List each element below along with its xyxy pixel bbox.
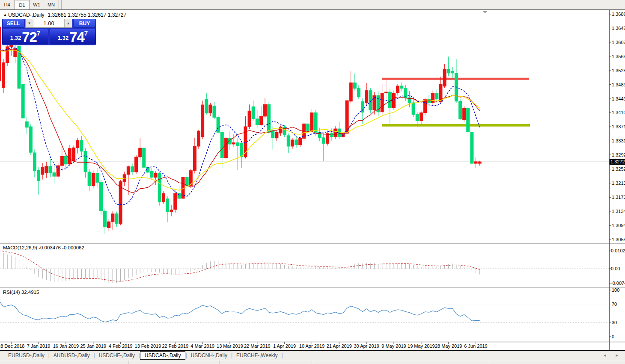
tab-eurchf-weekly[interactable]: EURCHF-,Weekly bbox=[232, 352, 281, 359]
candle-body bbox=[205, 100, 208, 113]
candle-body bbox=[68, 148, 71, 164]
candle-body bbox=[92, 173, 95, 186]
candle-body bbox=[131, 167, 134, 172]
candle-body bbox=[416, 115, 419, 121]
candle-body bbox=[271, 130, 274, 138]
candle-body bbox=[154, 173, 157, 177]
buy-button[interactable]: BUY bbox=[73, 19, 96, 28]
volume-value[interactable]: 1.00 bbox=[33, 19, 64, 27]
current-price-tag-text: 1.32727 bbox=[610, 159, 625, 164]
volume-increase-button[interactable]: ▲ bbox=[64, 19, 72, 27]
candle-body bbox=[76, 141, 79, 148]
candle-body bbox=[174, 193, 177, 210]
rsi-axis-label: 0 bbox=[612, 334, 614, 339]
macd-axis-label: 0.010229 bbox=[611, 248, 625, 253]
buy-price-prefix: 1.32 bbox=[58, 35, 68, 41]
statusbar-divider bbox=[128, 361, 129, 364]
timeframe-toolbar: H4D1W1MN bbox=[0, 0, 625, 10]
date-axis-label: 28 Dec 2018 bbox=[0, 343, 24, 349]
candle-body bbox=[252, 107, 255, 118]
sell-price-prefix: 1.32 bbox=[10, 35, 21, 41]
price-chart[interactable]: 1.368601.364701.360701.356801.352801.348… bbox=[0, 0, 625, 364]
chart-ohlc-values: 1.32681 1.32755 1.32617 1.32727 bbox=[48, 12, 127, 18]
date-axis-label: 9 May 2019 bbox=[381, 343, 406, 349]
candle-body bbox=[256, 119, 259, 125]
candle-body bbox=[463, 108, 466, 120]
date-axis-label: 4 Mar 2019 bbox=[190, 343, 214, 349]
candle-body bbox=[127, 167, 130, 175]
candle-body bbox=[45, 166, 48, 173]
buy-price-display[interactable]: 1.32747 bbox=[50, 29, 96, 44]
volume-stepper[interactable]: ▼ 1.00 ▲ bbox=[25, 19, 72, 28]
rsi-name: RSI(14) bbox=[3, 290, 20, 295]
candle-body bbox=[451, 71, 454, 73]
price-axis-label: 1.30550 bbox=[612, 237, 625, 242]
candle-body bbox=[307, 124, 310, 130]
sell-price-display[interactable]: 1.32727 bbox=[2, 29, 48, 44]
candle-body bbox=[353, 83, 356, 88]
toolbar-separator bbox=[59, 0, 62, 9]
candle-body bbox=[467, 108, 470, 132]
candle-body bbox=[201, 105, 204, 136]
timeframe-button-mn[interactable]: MN bbox=[44, 0, 59, 9]
candle-body bbox=[310, 112, 313, 130]
tab-scroll-arrows[interactable]: ◂ ▸ bbox=[604, 352, 622, 358]
candle-body bbox=[25, 121, 28, 127]
candle-body bbox=[322, 138, 325, 143]
candle-body bbox=[197, 131, 200, 146]
price-axis-label: 1.34490 bbox=[612, 96, 625, 101]
candle-body bbox=[217, 117, 220, 132]
candle-body bbox=[139, 148, 142, 157]
buy-price-big: 74 bbox=[69, 31, 84, 44]
candle-body bbox=[396, 86, 399, 93]
price-axis-label: 1.31730 bbox=[612, 195, 625, 200]
candle-body bbox=[287, 136, 290, 146]
date-axis-label: 10 Apr 2019 bbox=[299, 343, 324, 349]
price-axis-label: 1.32130 bbox=[612, 181, 625, 186]
candle-body bbox=[349, 83, 352, 101]
symbol-marker-icon: ▲ bbox=[3, 13, 7, 17]
date-axis-label: 7 Jan 2019 bbox=[27, 343, 50, 349]
candle-body bbox=[259, 116, 262, 125]
candle-body bbox=[420, 112, 423, 121]
tab-eurusd-daily[interactable]: EURUSD-,Daily bbox=[4, 352, 48, 359]
timeframe-button-h4[interactable]: H4 bbox=[0, 0, 15, 9]
candle-body bbox=[232, 143, 235, 144]
macd-axis-label: -0.007473 bbox=[611, 281, 625, 286]
tab-usdcad-daily[interactable]: USDCAD-,Daily bbox=[140, 351, 186, 360]
rsi-value: 32.4915 bbox=[21, 290, 39, 295]
candle-body bbox=[365, 91, 368, 103]
tab-usdcnh-daily[interactable]: USDCNH-,Daily bbox=[187, 352, 231, 359]
candle-body bbox=[49, 166, 52, 173]
timeframe-button-d1[interactable]: D1 bbox=[15, 0, 30, 9]
date-axis-label: 28 May 2019 bbox=[435, 343, 462, 349]
candle-body bbox=[357, 89, 360, 97]
macd-axis-label: 0.00 bbox=[611, 266, 620, 271]
tab-separator: | bbox=[281, 352, 283, 358]
statusbar-divider bbox=[401, 361, 401, 364]
candle-body bbox=[33, 153, 36, 171]
one-click-trade-panel: SELL ▼ 1.00 ▲ BUY 1.32727 1.32747 bbox=[2, 19, 96, 45]
candle-body bbox=[2, 63, 5, 88]
candle-body bbox=[178, 193, 181, 198]
date-axis-label: 22 Mar 2019 bbox=[244, 343, 271, 349]
candle-body bbox=[474, 162, 477, 163]
volume-decrease-button[interactable]: ▼ bbox=[26, 19, 33, 27]
candle-body bbox=[236, 143, 239, 146]
candle-body bbox=[400, 86, 403, 89]
timeframe-button-w1[interactable]: W1 bbox=[30, 0, 44, 9]
date-axis-label: 19 May 2019 bbox=[408, 343, 435, 349]
macd-name: MACD(12,26,9) bbox=[3, 245, 37, 250]
candle-body bbox=[111, 214, 114, 222]
candle-body bbox=[107, 222, 110, 228]
tab-usdchf-daily[interactable]: USDCHF-,Daily bbox=[95, 352, 139, 359]
sell-button[interactable]: SELL bbox=[2, 19, 24, 28]
candle-body bbox=[143, 148, 146, 167]
price-axis-label: 1.35680 bbox=[612, 54, 625, 59]
sell-price-sup: 7 bbox=[37, 30, 40, 37]
price-axis-label: 1.30940 bbox=[612, 223, 625, 228]
candle-body bbox=[21, 84, 24, 118]
tab-audusd-daily[interactable]: AUDUSD-,Daily bbox=[50, 352, 94, 359]
date-axis-label: 4 Feb 2019 bbox=[109, 343, 133, 349]
date-axis-label: 13 Mar 2019 bbox=[217, 343, 243, 349]
